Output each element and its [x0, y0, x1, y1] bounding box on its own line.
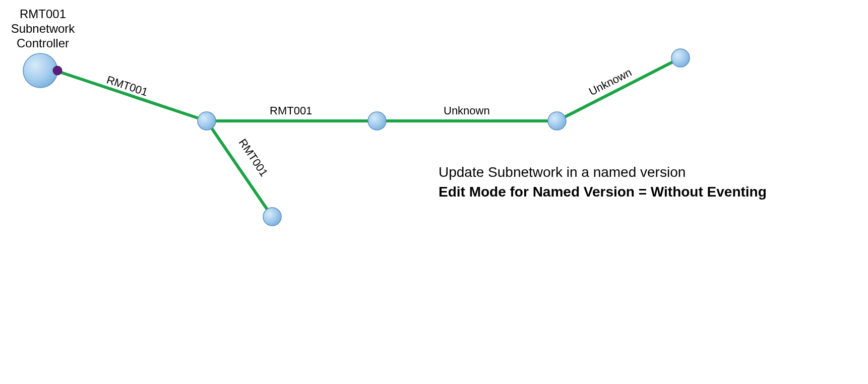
node-n2 [198, 112, 216, 130]
node-n6 [263, 208, 281, 226]
node-controller-label-line2: Subnetwork [8, 22, 78, 36]
node-controller-label-line1: RMT001 [8, 7, 78, 22]
node-n3 [368, 112, 386, 130]
diagram-caption: Update Subnetwork in a named version Edi… [439, 162, 767, 202]
caption-line1: Update Subnetwork in a named version [439, 162, 767, 182]
subnetwork-diagram: RMT001 Subnetwork Controller RMT001 RMT0… [0, 0, 868, 252]
node-controller-label: RMT001 Subnetwork Controller [8, 7, 78, 50]
diagram-svg [0, 0, 868, 252]
node-n5 [671, 49, 690, 67]
caption-line2: Edit Mode for Named Version = Without Ev… [439, 182, 767, 202]
node-n4 [548, 112, 566, 130]
node-controller [23, 53, 57, 88]
node-controller-label-line3: Controller [8, 36, 78, 51]
node-controller-marker [53, 66, 62, 75]
edge-e1 [55, 71, 207, 121]
edge-e4-label: Unknown [444, 104, 490, 117]
edge-e2-label: RMT001 [270, 104, 312, 117]
edge-e5 [557, 58, 680, 121]
